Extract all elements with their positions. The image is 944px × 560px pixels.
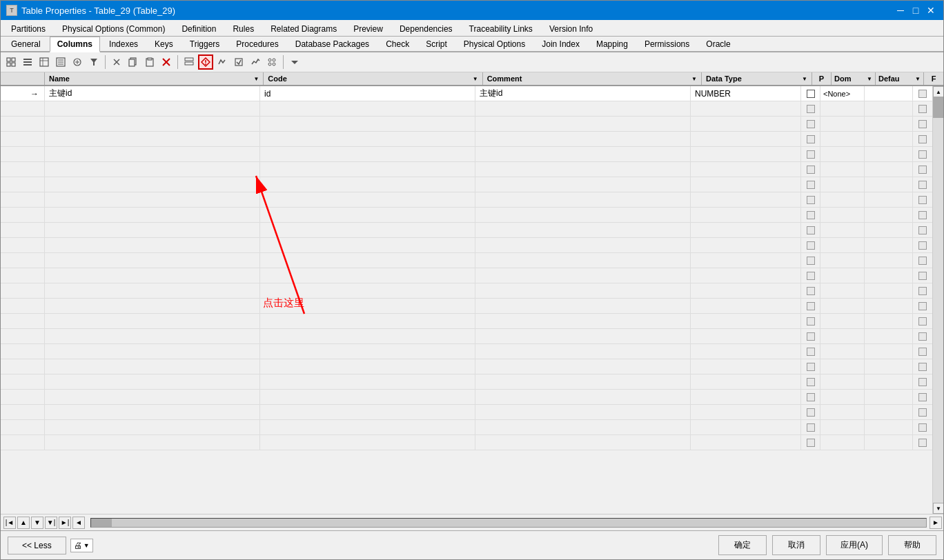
header-f[interactable]: F — [924, 72, 943, 85]
table-row[interactable] — [1, 329, 932, 344]
tool-copy-btn[interactable] — [126, 54, 141, 70]
grid-body[interactable]: → 主键id id 主键id NUMBER <None> — [1, 86, 932, 514]
tool-paste-btn[interactable] — [142, 54, 157, 70]
scroll-right-btn[interactable]: ► — [930, 517, 942, 529]
table-row[interactable] — [1, 147, 932, 162]
nav-next-pg-btn[interactable]: ▼| — [45, 517, 57, 529]
scroll-thumb[interactable] — [933, 97, 943, 118]
maximize-button[interactable]: □ — [909, 3, 923, 17]
table-row[interactable] — [1, 238, 932, 253]
table-row[interactable] — [1, 359, 932, 374]
tool-btn16[interactable] — [264, 54, 279, 70]
vertical-scrollbar[interactable]: ▲ ▼ — [932, 86, 943, 514]
header-p[interactable]: P — [812, 72, 832, 85]
table-row[interactable] — [1, 101, 932, 117]
row-code[interactable]: id — [260, 86, 475, 101]
tab-preview[interactable]: Preview — [346, 21, 391, 36]
tab-mapping[interactable]: Mapping — [589, 37, 636, 51]
row-dtype[interactable]: NUMBER — [691, 86, 801, 101]
tab-indexes[interactable]: Indexes — [101, 37, 146, 51]
table-row[interactable] — [1, 192, 932, 208]
tab-traceability-links[interactable]: Traceability Links — [462, 21, 540, 36]
help-button[interactable]: 帮助 — [888, 535, 936, 555]
table-row[interactable] — [1, 420, 932, 435]
row-p[interactable] — [801, 86, 820, 101]
tool-add-row-btn[interactable] — [181, 54, 197, 70]
table-row[interactable] — [1, 390, 932, 405]
table-row[interactable] — [1, 132, 932, 147]
tool-btn15[interactable] — [248, 54, 263, 70]
table-row[interactable] — [1, 208, 932, 223]
horizontal-scrollbar[interactable] — [90, 518, 927, 528]
tab-check[interactable]: Check — [378, 37, 417, 51]
nav-last-btn[interactable]: ►| — [59, 517, 71, 529]
tab-physical-options[interactable]: Physical Options — [456, 37, 533, 51]
header-name[interactable]: Name▼ — [45, 72, 264, 85]
table-row[interactable] — [1, 253, 932, 268]
table-row[interactable] — [1, 268, 932, 283]
tab-partitions[interactable]: Partitions — [3, 21, 53, 36]
print-dropdown[interactable]: 🖨 ▼ — [70, 539, 93, 552]
tab-physical-options-common[interactable]: Physical Options (Common) — [55, 21, 173, 36]
tab-triggers[interactable]: Triggers — [182, 37, 228, 51]
tool-btn13[interactable] — [215, 54, 230, 70]
minimize-button[interactable]: ─ — [894, 3, 907, 17]
table-row[interactable] — [1, 299, 932, 314]
tool-filter-btn[interactable] — [86, 54, 101, 70]
table-row[interactable] — [1, 162, 932, 177]
tab-keys[interactable]: Keys — [147, 37, 181, 51]
ok-button[interactable]: 确定 — [718, 535, 767, 555]
scroll-track[interactable] — [933, 97, 943, 503]
checkbox-p[interactable] — [807, 90, 815, 98]
less-button[interactable]: << Less — [8, 537, 66, 554]
tab-procedures[interactable]: Procedures — [228, 37, 286, 51]
tab-general[interactable]: General — [3, 37, 48, 51]
header-code[interactable]: Code▼ — [264, 72, 482, 85]
table-row[interactable]: → 主键id id 主键id NUMBER <None> — [1, 86, 932, 101]
tab-definition[interactable]: Definition — [174, 21, 224, 36]
tab-oracle[interactable]: Oracle — [698, 37, 738, 51]
tool-edit-btn[interactable] — [37, 54, 52, 70]
tab-join-index[interactable]: Join Index — [534, 37, 587, 51]
nav-prev-btn[interactable]: ▲ — [17, 517, 30, 529]
table-row[interactable] — [1, 405, 932, 420]
tab-database-packages[interactable]: Database Packages — [288, 37, 377, 51]
table-row[interactable] — [1, 177, 932, 192]
tool-btn14[interactable] — [231, 54, 246, 70]
header-comment[interactable]: Comment▼ — [483, 72, 702, 85]
row-f[interactable] — [913, 86, 932, 101]
tool-delete-btn[interactable] — [159, 54, 174, 70]
apply-button[interactable]: 应用(A) — [826, 535, 883, 555]
table-row[interactable] — [1, 344, 932, 359]
tool-dropdown-btn[interactable] — [287, 54, 302, 70]
table-row[interactable] — [1, 374, 932, 390]
table-row[interactable] — [1, 223, 932, 238]
scroll-up-btn[interactable]: ▲ — [933, 86, 943, 97]
tool-btn5[interactable] — [70, 54, 85, 70]
tool-cut-btn[interactable] — [109, 54, 124, 70]
scroll-down-btn[interactable]: ▼ — [933, 503, 943, 514]
tool-highlighted-btn[interactable] — [198, 54, 213, 70]
row-comment[interactable]: 主键id — [475, 86, 691, 101]
row-name[interactable]: 主键id — [45, 86, 260, 101]
checkbox-f[interactable] — [918, 90, 927, 98]
tab-columns[interactable]: Columns — [50, 37, 100, 52]
cancel-button[interactable]: 取消 — [772, 535, 820, 555]
table-row[interactable] — [1, 283, 932, 299]
table-row[interactable] — [1, 117, 932, 132]
nav-end-btn[interactable]: ◄ — [72, 517, 85, 529]
tab-related-diagrams[interactable]: Related Diagrams — [263, 21, 344, 36]
nav-next-btn[interactable]: ▼ — [31, 517, 43, 529]
tab-version-info[interactable]: Version Info — [542, 21, 600, 36]
tool-view-btn[interactable] — [53, 54, 68, 70]
header-dom[interactable]: Dom▼ — [832, 72, 876, 85]
tab-dependencies[interactable]: Dependencies — [392, 21, 460, 36]
nav-first-btn[interactable]: |◄ — [3, 517, 16, 529]
tab-permissions[interactable]: Permissions — [637, 37, 697, 51]
tool-grid-btn[interactable] — [3, 54, 19, 70]
header-datatype[interactable]: Data Type▼ — [702, 72, 812, 85]
row-dom[interactable]: <None> — [820, 86, 865, 101]
table-row[interactable] — [1, 435, 932, 450]
tab-script[interactable]: Script — [418, 37, 455, 51]
close-button[interactable]: ✕ — [924, 3, 938, 17]
